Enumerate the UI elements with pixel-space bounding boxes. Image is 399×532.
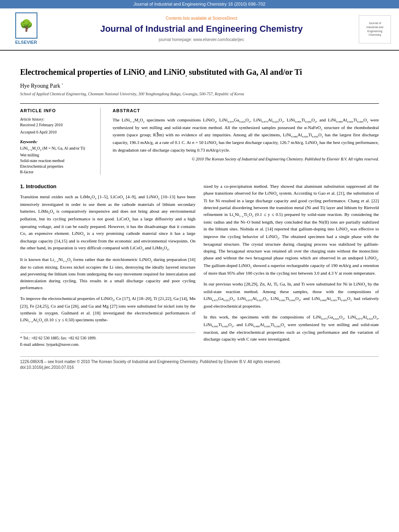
sciencedirect-text: Contents lists available at ScienceDirec… <box>44 16 359 21</box>
elsevier-logo: 🌳 ELSEVIER <box>8 12 44 45</box>
copyright-text: © 2010 The Korean Society of Industrial … <box>113 156 379 162</box>
article-content: Electrochemical properties of LiNiO2 and… <box>0 51 399 378</box>
abstract-heading: Abstract <box>113 108 379 114</box>
top-bar: Journal of Industrial and Engineering Ch… <box>0 0 399 8</box>
intro-section-title: 1. Introduction <box>20 183 195 190</box>
author-affiliation: School of Applied Chemical Engineering, … <box>20 91 379 97</box>
keywords-label: Keywords: <box>20 139 94 145</box>
abstract-text: The LiNi1−xMxO2 specimens with compositi… <box>113 117 379 153</box>
received-date: Received 2 February 2010 <box>20 122 94 128</box>
keywords-section: Keywords: LiNi1−xMxO2 (M = Ni, Ga, Al an… <box>20 139 94 175</box>
article-info-left: Article Info Article history: Received 2… <box>20 108 101 175</box>
journal-header: 🌳 ELSEVIER Contents lists available at S… <box>0 8 399 50</box>
keywords-list: LiNi1−xMxO2 (M = Ni, Ga, Al and/or Ti) W… <box>20 146 94 175</box>
footnote: * Tel.: +82 62 530 1885; fax: +82 62 530… <box>20 333 195 347</box>
journal-header-center: Contents lists available at ScienceDirec… <box>44 16 359 43</box>
right-para-3: In this work, the specimens with the com… <box>204 314 379 343</box>
body-right-column: sized by a co-precipitation method. They… <box>204 183 379 348</box>
article-info-heading: Article Info <box>20 108 94 114</box>
journal-title: Journal of Industrial and Engineering Ch… <box>44 23 359 35</box>
right-para-2: In our previous works [28,29], Zn, Al, T… <box>204 281 379 310</box>
intro-para-3: To improve the electrochemical propertie… <box>20 295 195 324</box>
intro-para-2: It is known that Li1−xNi1+xO2 forms rath… <box>20 256 195 291</box>
history-label: Article history: <box>20 117 94 122</box>
accepted-date: Accepted 6 April 2010 <box>20 129 94 135</box>
author-name: Hye Ryoung Park * <box>20 82 379 90</box>
footnote-tel: * Tel.: +82 62 530 1885; fax: +82 62 530… <box>20 335 195 341</box>
main-body: 1. Introduction Transition metal oxides … <box>20 183 379 348</box>
right-para-1: sized by a co-precipitation method. They… <box>204 183 379 277</box>
bottom-bar: 1226-086X/$ – see front matter © 2010 Th… <box>20 356 379 370</box>
bottom-bar-text: 1226-086X/$ – see front matter © 2010 Th… <box>20 359 379 365</box>
journal-cover-thumbnail: Journal ofIndustrial andEngineeringChemi… <box>359 15 391 43</box>
journal-homepage: journal homepage: www.elsevier.com/locat… <box>44 37 359 43</box>
article-abstract: Abstract The LiNi1−xMxO2 specimens with … <box>113 108 379 175</box>
body-left-column: 1. Introduction Transition metal oxides … <box>20 183 195 348</box>
journal-citation: Journal of Industrial and Engineering Ch… <box>134 2 265 6</box>
article-info-section: Article Info Article history: Received 2… <box>20 103 379 175</box>
article-title: Electrochemical properties of LiNiO2 and… <box>20 67 379 78</box>
bottom-bar-doi: doi:10.1016/j.jiec.2010.07.016 <box>20 365 379 370</box>
intro-para-1: Transition metal oxides such as LiMn2O4 … <box>20 193 195 252</box>
footnote-email: E-mail address: lyrpark@naver.com. <box>20 342 195 347</box>
